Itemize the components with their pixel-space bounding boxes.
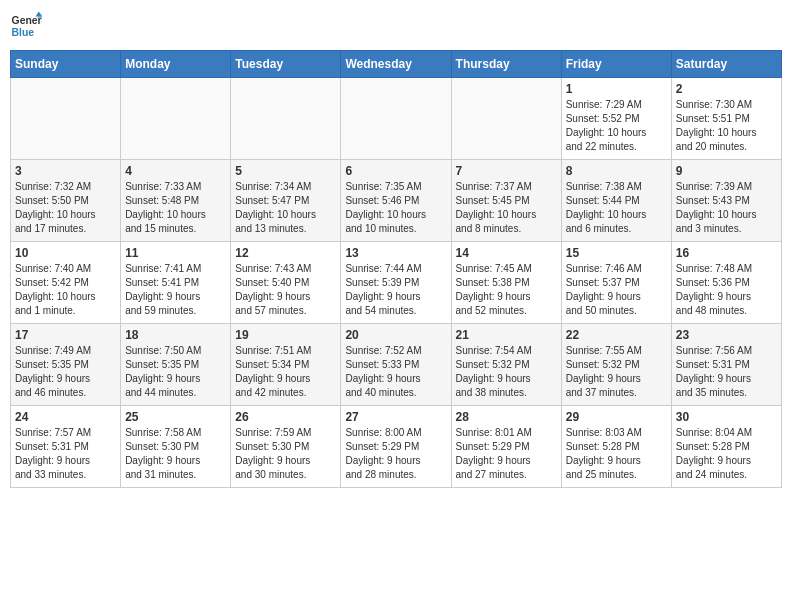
calendar-body: 1Sunrise: 7:29 AM Sunset: 5:52 PM Daylig…: [11, 78, 782, 488]
day-number: 15: [566, 246, 667, 260]
calendar-cell: 19Sunrise: 7:51 AM Sunset: 5:34 PM Dayli…: [231, 324, 341, 406]
weekday-header: Thursday: [451, 51, 561, 78]
calendar-cell: 25Sunrise: 7:58 AM Sunset: 5:30 PM Dayli…: [121, 406, 231, 488]
day-number: 30: [676, 410, 777, 424]
day-info: Sunrise: 8:01 AM Sunset: 5:29 PM Dayligh…: [456, 426, 557, 482]
day-number: 1: [566, 82, 667, 96]
calendar-cell: 15Sunrise: 7:46 AM Sunset: 5:37 PM Dayli…: [561, 242, 671, 324]
day-number: 13: [345, 246, 446, 260]
day-info: Sunrise: 7:32 AM Sunset: 5:50 PM Dayligh…: [15, 180, 116, 236]
day-info: Sunrise: 7:29 AM Sunset: 5:52 PM Dayligh…: [566, 98, 667, 154]
day-number: 26: [235, 410, 336, 424]
day-info: Sunrise: 8:03 AM Sunset: 5:28 PM Dayligh…: [566, 426, 667, 482]
svg-text:Blue: Blue: [12, 27, 35, 38]
day-info: Sunrise: 7:33 AM Sunset: 5:48 PM Dayligh…: [125, 180, 226, 236]
day-number: 19: [235, 328, 336, 342]
day-info: Sunrise: 7:50 AM Sunset: 5:35 PM Dayligh…: [125, 344, 226, 400]
day-info: Sunrise: 7:30 AM Sunset: 5:51 PM Dayligh…: [676, 98, 777, 154]
day-number: 10: [15, 246, 116, 260]
day-number: 21: [456, 328, 557, 342]
day-number: 24: [15, 410, 116, 424]
weekday-header: Friday: [561, 51, 671, 78]
calendar-week-row: 3Sunrise: 7:32 AM Sunset: 5:50 PM Daylig…: [11, 160, 782, 242]
day-number: 22: [566, 328, 667, 342]
calendar-week-row: 24Sunrise: 7:57 AM Sunset: 5:31 PM Dayli…: [11, 406, 782, 488]
day-number: 12: [235, 246, 336, 260]
weekday-header: Sunday: [11, 51, 121, 78]
day-info: Sunrise: 7:34 AM Sunset: 5:47 PM Dayligh…: [235, 180, 336, 236]
day-info: Sunrise: 7:40 AM Sunset: 5:42 PM Dayligh…: [15, 262, 116, 318]
calendar-cell: 14Sunrise: 7:45 AM Sunset: 5:38 PM Dayli…: [451, 242, 561, 324]
logo-icon: General Blue: [10, 10, 42, 42]
calendar-header-row: SundayMondayTuesdayWednesdayThursdayFrid…: [11, 51, 782, 78]
day-info: Sunrise: 7:35 AM Sunset: 5:46 PM Dayligh…: [345, 180, 446, 236]
day-number: 25: [125, 410, 226, 424]
svg-text:General: General: [12, 15, 42, 26]
calendar-cell: 16Sunrise: 7:48 AM Sunset: 5:36 PM Dayli…: [671, 242, 781, 324]
calendar-cell: [451, 78, 561, 160]
day-info: Sunrise: 7:51 AM Sunset: 5:34 PM Dayligh…: [235, 344, 336, 400]
calendar-cell: 23Sunrise: 7:56 AM Sunset: 5:31 PM Dayli…: [671, 324, 781, 406]
day-number: 5: [235, 164, 336, 178]
calendar-cell: 18Sunrise: 7:50 AM Sunset: 5:35 PM Dayli…: [121, 324, 231, 406]
day-info: Sunrise: 7:44 AM Sunset: 5:39 PM Dayligh…: [345, 262, 446, 318]
calendar-cell: 22Sunrise: 7:55 AM Sunset: 5:32 PM Dayli…: [561, 324, 671, 406]
calendar-week-row: 10Sunrise: 7:40 AM Sunset: 5:42 PM Dayli…: [11, 242, 782, 324]
day-info: Sunrise: 8:00 AM Sunset: 5:29 PM Dayligh…: [345, 426, 446, 482]
day-info: Sunrise: 7:38 AM Sunset: 5:44 PM Dayligh…: [566, 180, 667, 236]
calendar-week-row: 1Sunrise: 7:29 AM Sunset: 5:52 PM Daylig…: [11, 78, 782, 160]
page-header: General Blue: [10, 10, 782, 42]
logo: General Blue: [10, 10, 42, 42]
calendar-cell: 4Sunrise: 7:33 AM Sunset: 5:48 PM Daylig…: [121, 160, 231, 242]
calendar-week-row: 17Sunrise: 7:49 AM Sunset: 5:35 PM Dayli…: [11, 324, 782, 406]
calendar-cell: 30Sunrise: 8:04 AM Sunset: 5:28 PM Dayli…: [671, 406, 781, 488]
day-info: Sunrise: 7:54 AM Sunset: 5:32 PM Dayligh…: [456, 344, 557, 400]
weekday-header: Monday: [121, 51, 231, 78]
day-info: Sunrise: 7:48 AM Sunset: 5:36 PM Dayligh…: [676, 262, 777, 318]
day-number: 14: [456, 246, 557, 260]
day-info: Sunrise: 8:04 AM Sunset: 5:28 PM Dayligh…: [676, 426, 777, 482]
calendar-cell: [11, 78, 121, 160]
day-info: Sunrise: 7:49 AM Sunset: 5:35 PM Dayligh…: [15, 344, 116, 400]
day-number: 9: [676, 164, 777, 178]
calendar-cell: 13Sunrise: 7:44 AM Sunset: 5:39 PM Dayli…: [341, 242, 451, 324]
day-number: 28: [456, 410, 557, 424]
day-number: 7: [456, 164, 557, 178]
calendar-cell: 27Sunrise: 8:00 AM Sunset: 5:29 PM Dayli…: [341, 406, 451, 488]
day-number: 2: [676, 82, 777, 96]
day-info: Sunrise: 7:57 AM Sunset: 5:31 PM Dayligh…: [15, 426, 116, 482]
day-info: Sunrise: 7:58 AM Sunset: 5:30 PM Dayligh…: [125, 426, 226, 482]
day-info: Sunrise: 7:55 AM Sunset: 5:32 PM Dayligh…: [566, 344, 667, 400]
calendar-cell: [121, 78, 231, 160]
calendar-cell: 5Sunrise: 7:34 AM Sunset: 5:47 PM Daylig…: [231, 160, 341, 242]
day-info: Sunrise: 7:59 AM Sunset: 5:30 PM Dayligh…: [235, 426, 336, 482]
calendar-cell: 6Sunrise: 7:35 AM Sunset: 5:46 PM Daylig…: [341, 160, 451, 242]
day-number: 17: [15, 328, 116, 342]
calendar-cell: 8Sunrise: 7:38 AM Sunset: 5:44 PM Daylig…: [561, 160, 671, 242]
calendar-cell: 17Sunrise: 7:49 AM Sunset: 5:35 PM Dayli…: [11, 324, 121, 406]
day-info: Sunrise: 7:56 AM Sunset: 5:31 PM Dayligh…: [676, 344, 777, 400]
calendar-cell: 1Sunrise: 7:29 AM Sunset: 5:52 PM Daylig…: [561, 78, 671, 160]
calendar-cell: 28Sunrise: 8:01 AM Sunset: 5:29 PM Dayli…: [451, 406, 561, 488]
calendar-cell: 20Sunrise: 7:52 AM Sunset: 5:33 PM Dayli…: [341, 324, 451, 406]
calendar-table: SundayMondayTuesdayWednesdayThursdayFrid…: [10, 50, 782, 488]
day-number: 6: [345, 164, 446, 178]
day-info: Sunrise: 7:43 AM Sunset: 5:40 PM Dayligh…: [235, 262, 336, 318]
day-info: Sunrise: 7:45 AM Sunset: 5:38 PM Dayligh…: [456, 262, 557, 318]
day-info: Sunrise: 7:37 AM Sunset: 5:45 PM Dayligh…: [456, 180, 557, 236]
day-number: 20: [345, 328, 446, 342]
day-number: 18: [125, 328, 226, 342]
day-number: 27: [345, 410, 446, 424]
day-info: Sunrise: 7:39 AM Sunset: 5:43 PM Dayligh…: [676, 180, 777, 236]
calendar-cell: 21Sunrise: 7:54 AM Sunset: 5:32 PM Dayli…: [451, 324, 561, 406]
day-number: 11: [125, 246, 226, 260]
calendar-cell: [341, 78, 451, 160]
day-number: 3: [15, 164, 116, 178]
weekday-header: Wednesday: [341, 51, 451, 78]
day-info: Sunrise: 7:46 AM Sunset: 5:37 PM Dayligh…: [566, 262, 667, 318]
calendar-cell: 2Sunrise: 7:30 AM Sunset: 5:51 PM Daylig…: [671, 78, 781, 160]
day-number: 8: [566, 164, 667, 178]
calendar-cell: 9Sunrise: 7:39 AM Sunset: 5:43 PM Daylig…: [671, 160, 781, 242]
day-info: Sunrise: 7:52 AM Sunset: 5:33 PM Dayligh…: [345, 344, 446, 400]
day-number: 23: [676, 328, 777, 342]
